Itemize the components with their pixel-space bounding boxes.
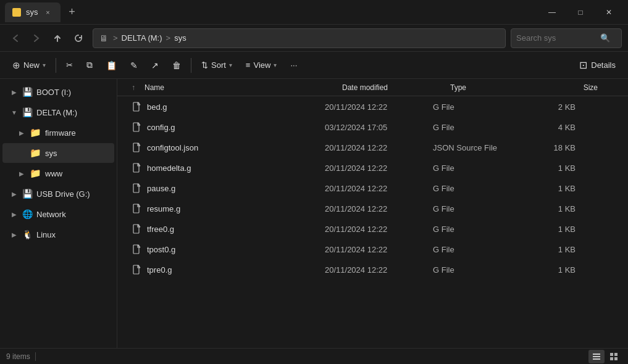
file-icon (132, 244, 142, 254)
table-row[interactable]: tpost0.g20/11/2024 12:22G File1 KB (120, 239, 626, 259)
rename-icon: ✎ (130, 60, 138, 70)
view-button[interactable]: ≡ View ▾ (240, 56, 283, 75)
more-button[interactable]: ··· (284, 56, 303, 75)
expander-firmware: ▶ (17, 128, 26, 137)
command-bar: ⊕ New ▾ ✂ ⧉ 📋 ✎ ↗ 🗑 ⇅ Sort ▾ ≡ View ▾ ··… (0, 52, 628, 79)
details-button[interactable]: ⊡ Details (573, 56, 622, 75)
back-button[interactable] (6, 29, 25, 48)
copy-button[interactable]: ⧉ (80, 56, 99, 75)
search-input[interactable] (516, 33, 597, 43)
sort-icon: ⇅ (201, 60, 208, 70)
table-row[interactable]: bed.g20/11/2024 12:22G File2 KB (120, 97, 626, 117)
file-rows: bed.g20/11/2024 12:22G File2 KBconfig.g0… (117, 96, 628, 348)
sidebar-label-delta: DELTA (M:) (36, 108, 109, 117)
minimize-button[interactable]: — (538, 2, 566, 22)
delete-button[interactable]: 🗑 (166, 56, 187, 75)
list-view-button[interactable] (588, 350, 605, 363)
forward-button[interactable] (27, 29, 46, 48)
file-name: configtool.json (147, 143, 320, 152)
drive-icon-usb: 💾 (22, 189, 33, 199)
cmd-separator-1 (56, 58, 56, 73)
svg-rect-7 (133, 245, 139, 254)
file-icon (132, 183, 142, 193)
grid-view-button[interactable] (606, 350, 622, 363)
file-icon (132, 224, 142, 234)
up-button[interactable] (48, 29, 67, 48)
sort-dropdown-icon: ▾ (229, 62, 232, 68)
sidebar-item-boot[interactable]: ▶ 💾 BOOT (I:) (2, 82, 114, 102)
close-button[interactable]: ✕ (595, 2, 623, 22)
title-bar: sys × + — □ ✕ (0, 0, 628, 25)
file-size: 1 KB (536, 204, 585, 213)
sidebar-item-delta[interactable]: ▼ 💾 DELTA (M:) (2, 102, 114, 122)
refresh-button[interactable] (69, 29, 88, 48)
file-name: config.g (147, 123, 320, 132)
file-type: G File (428, 225, 536, 234)
table-row[interactable]: resume.g20/11/2024 12:22G File1 KB (120, 199, 626, 218)
new-button[interactable]: ⊕ New ▾ (6, 56, 52, 75)
file-name: pause.g (147, 184, 320, 193)
paste-button[interactable]: 📋 (100, 56, 123, 75)
share-icon: ↗ (151, 60, 159, 70)
svg-rect-4 (133, 184, 139, 192)
address-bar[interactable]: 🖥 > DELTA (M:) > sys (93, 28, 506, 48)
sidebar-item-network[interactable]: ▶ 🌐 Network (2, 204, 114, 224)
breadcrumb-sep1: > (113, 33, 118, 43)
sidebar-item-www[interactable]: ▶ 📁 www (2, 163, 114, 183)
new-label: New (23, 60, 40, 70)
sidebar-item-firmware[interactable]: ▶ 📁 firmware (2, 123, 114, 143)
file-size: 1 KB (536, 184, 585, 193)
table-row[interactable]: pause.g20/11/2024 12:22G File1 KB (120, 178, 626, 198)
breadcrumb: > DELTA (M:) > sys (113, 33, 186, 43)
file-name: tpost0.g (147, 245, 320, 254)
table-row[interactable]: tpre0.g20/11/2024 12:22G File1 KB (120, 260, 626, 279)
linux-icon: 🐧 (22, 230, 33, 239)
col-header-date[interactable]: Date modified (337, 83, 445, 92)
status-bar: 9 items (0, 348, 628, 364)
sidebar-item-linux[interactable]: ▶ 🐧 Linux (2, 225, 114, 244)
tab-sys[interactable]: sys × (5, 2, 61, 22)
col-header-size[interactable]: Size (553, 83, 603, 92)
sidebar-label-linux: Linux (36, 230, 109, 239)
sidebar: ▶ 💾 BOOT (I:) ▼ 💾 DELTA (M:) ▶ 📁 firmwar… (0, 79, 117, 348)
table-row[interactable]: configtool.json20/11/2024 12:22JSON Sour… (120, 138, 626, 157)
share-button[interactable]: ↗ (145, 56, 165, 75)
file-icon (132, 122, 142, 132)
svg-rect-15 (614, 357, 618, 360)
sort-button[interactable]: ⇅ Sort ▾ (195, 56, 238, 75)
file-icon (132, 204, 142, 213)
cut-button[interactable]: ✂ (60, 56, 79, 75)
breadcrumb-sep2: > (166, 33, 171, 43)
file-area: ↑ Name Date modified Type Size bed.g20/1… (117, 79, 628, 348)
expander-www: ▶ (17, 169, 26, 178)
table-row[interactable]: homedelta.g20/11/2024 12:22G File1 KB (120, 158, 626, 178)
col-header-name[interactable]: Name (140, 83, 337, 92)
sidebar-item-usb[interactable]: ▶ 💾 USB Drive (G:) (2, 184, 114, 204)
maximize-button[interactable]: □ (566, 2, 595, 22)
file-date: 20/11/2024 12:22 (320, 163, 428, 173)
rename-button[interactable]: ✎ (124, 56, 144, 75)
cut-icon: ✂ (66, 60, 73, 70)
col-header-type[interactable]: Type (445, 83, 553, 92)
file-name: resume.g (147, 204, 320, 213)
file-size: 4 KB (536, 123, 585, 132)
svg-rect-5 (133, 204, 139, 213)
table-row[interactable]: config.g03/12/2024 17:05G File4 KB (120, 117, 626, 137)
breadcrumb-folder[interactable]: sys (174, 33, 186, 43)
new-icon: ⊕ (12, 60, 20, 71)
file-date: 20/11/2024 12:22 (320, 225, 428, 234)
tab-close-button[interactable]: × (43, 7, 53, 17)
file-type: G File (428, 184, 536, 193)
file-date: 03/12/2024 17:05 (320, 123, 428, 132)
table-row[interactable]: tfree0.g20/11/2024 12:22G File1 KB (120, 219, 626, 239)
file-icon (132, 265, 142, 275)
monitor-icon: 🖥 (99, 33, 108, 43)
sidebar-item-sys[interactable]: ▶ 📁 sys (2, 143, 114, 163)
paste-icon: 📋 (106, 60, 117, 70)
breadcrumb-drive[interactable]: DELTA (M:) (122, 33, 162, 43)
search-bar[interactable]: 🔍 (511, 28, 622, 48)
tab-area: sys × + (5, 2, 538, 22)
sort-label: Sort (211, 60, 226, 70)
sort-indicator: ↑ (127, 83, 140, 92)
new-tab-button[interactable]: + (63, 3, 82, 22)
